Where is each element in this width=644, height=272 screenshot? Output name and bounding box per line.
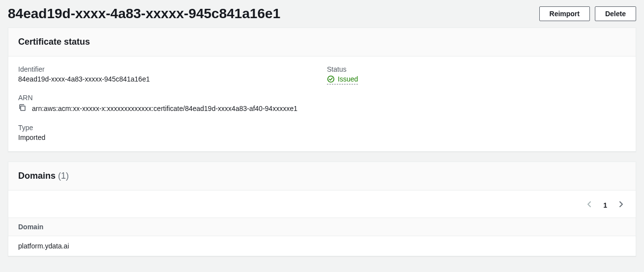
identifier-field: Identifier 84ead19d-xxxx-4a83-xxxxx-945c…: [18, 65, 317, 83]
certificate-status-panel: Certificate status Identifier 84ead19d-x…: [8, 27, 636, 152]
prev-page-button[interactable]: [585, 199, 594, 211]
domain-column-header: Domain: [8, 218, 636, 236]
certificate-status-body: Identifier 84ead19d-xxxx-4a83-xxxxx-945c…: [8, 56, 636, 151]
page-number: 1: [603, 201, 607, 209]
identifier-label: Identifier: [18, 65, 317, 73]
certificate-status-header: Certificate status: [8, 28, 636, 56]
identifier-value: 84ead19d-xxxx-4a83-xxxxx-945c841a16e1: [18, 75, 317, 83]
chevron-left-icon: [585, 200, 593, 210]
status-value: Issued: [338, 75, 358, 83]
domains-count: (1): [58, 171, 69, 181]
pagination: 1: [8, 190, 636, 218]
type-value: Imported: [18, 134, 317, 141]
arn-field: ARN arn:aws:acm:xx-xxxxx-x:xxxxxxxxxxxxx…: [18, 94, 317, 113]
table-row: platform.ydata.ai: [8, 236, 636, 256]
page-header: 84ead19d-xxxx-4a83-xxxxx-945c841a16e1 Re…: [8, 6, 636, 22]
arn-value: arn:aws:acm:xx-xxxxx-x:xxxxxxxxxxxxx:cer…: [32, 105, 297, 112]
domains-title: Domains: [18, 171, 56, 181]
copy-icon: [18, 104, 26, 113]
chevron-right-icon: [617, 200, 625, 210]
next-page-button[interactable]: [616, 199, 626, 211]
arn-label: ARN: [18, 94, 317, 102]
page-title: 84ead19d-xxxx-4a83-xxxxx-945c841a16e1: [8, 6, 280, 22]
domain-cell: platform.ydata.ai: [18, 242, 69, 250]
status-badge: Issued: [327, 75, 358, 84]
delete-button[interactable]: Delete: [595, 6, 636, 21]
status-field: Status Issued: [327, 65, 626, 84]
reimport-button[interactable]: Reimport: [539, 6, 590, 21]
domains-panel: Domains (1) 1 Domain platform.ydata.ai: [8, 162, 636, 256]
copy-arn-button[interactable]: [18, 104, 26, 113]
type-label: Type: [18, 124, 317, 132]
certificate-status-title: Certificate status: [18, 37, 626, 47]
type-field: Type Imported: [18, 124, 317, 141]
domains-header: Domains (1): [8, 162, 636, 190]
svg-rect-0: [21, 106, 25, 110]
status-label: Status: [327, 65, 626, 73]
header-actions: Reimport Delete: [539, 6, 636, 21]
check-circle-icon: [327, 75, 335, 83]
